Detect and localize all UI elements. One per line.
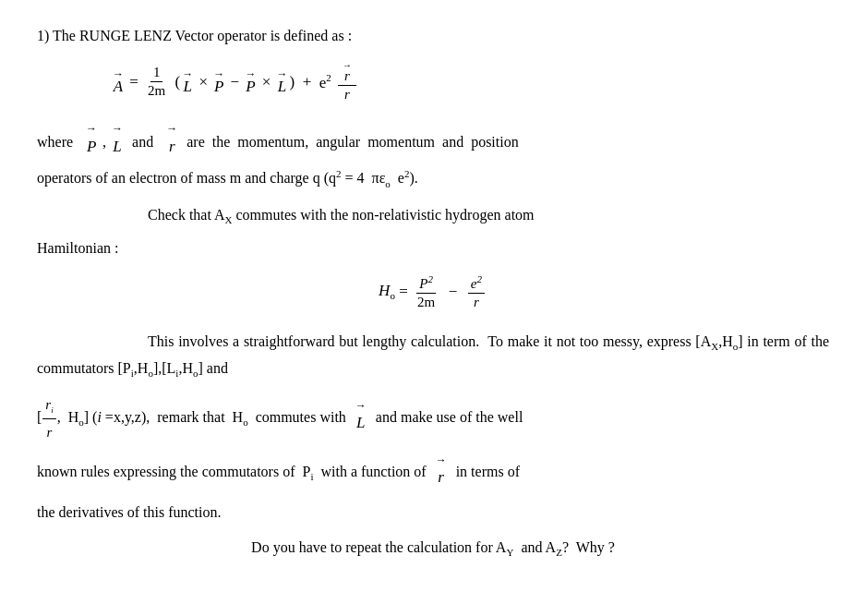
frac-1-2m: 1 2m [145, 65, 168, 99]
frac-e2-r: e2 r [468, 273, 485, 310]
main-formula: → A = 1 2m ( → L × → P − → P × → L [37, 61, 829, 103]
para-involves: This involves a straightforward but leng… [37, 329, 829, 383]
main-content: 1) The RUNGE LENZ Vector operator is def… [37, 28, 829, 562]
vec-L2: → L [276, 68, 287, 96]
vec-L-where: → L [112, 123, 123, 162]
para-remark: [ ri r , Ho] (i =x,y,z), remark that Ho … [37, 393, 829, 445]
H0-formula: Ho = P2 2m − e2 r [37, 273, 829, 310]
para-deriv: the derivatives of this function. [37, 500, 829, 525]
vec-P: → P [213, 68, 224, 96]
last-line: Do you have to repeat the calculation fo… [37, 535, 829, 562]
check-line: Check that AX commutes with the non-rela… [37, 202, 829, 229]
vec-L-inline: → L [355, 400, 367, 437]
vec-A: → A [113, 68, 124, 96]
frac-P2-2m: P2 2m [415, 273, 438, 310]
vec-r-where: → r [166, 123, 177, 162]
operators-line: operators of an electron of mass m and c… [37, 165, 829, 193]
para-known: known rules expressing the commutators o… [37, 454, 829, 491]
frac-r-r: → r r [338, 61, 356, 103]
section-title: 1) The RUNGE LENZ Vector operator is def… [37, 28, 829, 44]
where-line: where → P , → L and → r are the momentum… [37, 123, 829, 162]
vec-r-top: → r [343, 61, 352, 84]
hamiltonian-label: Hamiltonian : [37, 236, 829, 260]
vec-P-where: → P [86, 123, 97, 162]
vec-r-inline: → r [436, 454, 447, 491]
vec-P2: → P [245, 68, 256, 96]
vec-L: → L [182, 68, 193, 96]
